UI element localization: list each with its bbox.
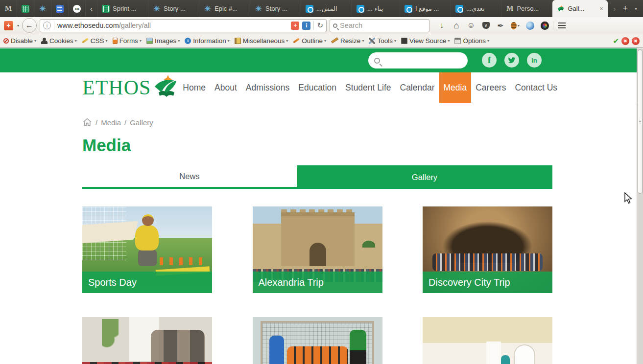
- mostaql-icon: [357, 5, 364, 13]
- gallery-card[interactable]: [82, 317, 212, 364]
- eyedropper-icon[interactable]: ✒: [494, 19, 507, 32]
- pinned-tab[interactable]: [17, 0, 34, 17]
- devbar-menu-options[interactable]: Options▾: [453, 37, 493, 45]
- nav-item-student-life[interactable]: Student Life: [341, 72, 395, 103]
- colorzilla-icon[interactable]: [538, 19, 551, 32]
- gallery-card[interactable]: [423, 317, 552, 364]
- devbar-menu-css[interactable]: CSS▾: [80, 37, 111, 45]
- google-sheets-icon: [102, 5, 110, 13]
- addon-dropdown-icon[interactable]: ▾: [17, 23, 19, 28]
- menu-label: CSS: [91, 37, 104, 45]
- twitter-icon[interactable]: [504, 53, 519, 68]
- devbar-menu-outline[interactable]: Outline▾: [291, 37, 330, 45]
- facebook-icon[interactable]: f: [482, 53, 497, 68]
- nav-item-contact-us[interactable]: Contact Us: [510, 72, 562, 103]
- feedback-smiley-icon[interactable]: ☺: [465, 19, 477, 32]
- devbar-menu-cookies[interactable]: Cookies▾: [40, 37, 80, 45]
- close-icon[interactable]: ✖: [621, 37, 629, 45]
- home-icon[interactable]: ⌂: [450, 19, 463, 32]
- nav-item-media[interactable]: Media: [439, 72, 472, 103]
- home-icon[interactable]: [82, 117, 92, 127]
- site-info-icon[interactable]: i: [43, 22, 51, 29]
- tab-close-icon[interactable]: ×: [599, 5, 603, 12]
- new-tab-button[interactable]: +: [619, 3, 631, 14]
- pinned-tab[interactable]: M: [0, 0, 17, 17]
- pinned-tab[interactable]: ✳: [34, 0, 51, 17]
- menu-label: Outline: [302, 37, 323, 45]
- menu-label: Miscellaneous: [243, 37, 285, 45]
- gallery-card-sports-day[interactable]: Sports Day: [82, 206, 212, 293]
- menu-hamburger-icon[interactable]: [555, 19, 568, 32]
- gallery-card[interactable]: [253, 317, 382, 364]
- browser-tab[interactable]: موقع ا ...: [400, 0, 451, 17]
- nav-item-admissions[interactable]: Admissions: [241, 72, 294, 103]
- browser-tab[interactable]: ... بناء: [352, 0, 400, 17]
- nav-item-careers[interactable]: Careers: [471, 72, 510, 103]
- photo-detail: [310, 243, 326, 266]
- browser-tab[interactable]: ...المش: [301, 0, 352, 17]
- devbar-menu-resize[interactable]: Resize▾: [330, 37, 367, 45]
- addon-badge-icon[interactable]: +: [291, 22, 299, 30]
- tab-scroll-right-button[interactable]: ›: [611, 5, 619, 13]
- medium-m-icon: M: [4, 5, 12, 13]
- breadcrumb-item-gallery[interactable]: Gallery: [130, 118, 153, 127]
- pocket-icon[interactable]: ∨: [479, 19, 492, 32]
- pinned-tab[interactable]: [51, 0, 69, 17]
- devbar-menu-forms[interactable]: Forms▾: [111, 37, 145, 45]
- site-search-box[interactable]: [368, 52, 468, 68]
- browser-tab[interactable]: ...تعدي: [451, 0, 502, 17]
- site-search-input[interactable]: [384, 57, 473, 65]
- web-developer-toolbar: Disable▾ Cookies▾ CSS▾ Forms▾ Images▾ iI…: [0, 34, 643, 48]
- browser-search-input[interactable]: [340, 22, 426, 29]
- card-title: Sports Day: [82, 272, 212, 293]
- devbar-menu-tools[interactable]: Tools▾: [367, 37, 400, 45]
- devbar-menu-disable[interactable]: Disable▾: [2, 37, 40, 45]
- tab-scroll-left-button[interactable]: ‹: [86, 0, 97, 17]
- chevron-down-icon: ▾: [228, 39, 230, 43]
- pinned-tab[interactable]: olx: [69, 0, 86, 17]
- tab-news[interactable]: News: [82, 165, 297, 189]
- chevron-down-icon: ▾: [75, 39, 77, 43]
- browser-tab[interactable]: M Perso...: [501, 0, 552, 17]
- addon-plus-button[interactable]: +: [4, 21, 13, 30]
- gallery-card-discovery-city-trip[interactable]: Discovery City Trip: [423, 206, 552, 293]
- nav-item-calendar[interactable]: Calendar: [396, 72, 439, 103]
- linkedin-icon[interactable]: in: [527, 53, 542, 68]
- nav-item-about[interactable]: About: [210, 72, 241, 103]
- devbar-menu-information[interactable]: iInformation▾: [183, 37, 233, 45]
- mostaql-icon: [306, 5, 313, 13]
- browser-search-bar[interactable]: [330, 19, 429, 32]
- firebug-icon[interactable]: ▾: [509, 19, 522, 32]
- downloads-icon[interactable]: ↓: [435, 19, 448, 32]
- hamburger-glyph: [558, 23, 566, 23]
- back-button[interactable]: ←: [22, 18, 37, 33]
- browser-tab[interactable]: Sprint ...: [97, 0, 148, 17]
- all-tabs-dropdown-icon[interactable]: ▾: [632, 6, 640, 11]
- tab-label: Story ...: [265, 5, 287, 12]
- reload-icon[interactable]: ↻: [317, 21, 323, 30]
- browser-tab[interactable]: ✳ Epic #...: [199, 0, 250, 17]
- url-path: /gallery/all: [119, 22, 151, 29]
- addon-badge-blue-icon[interactable]: i: [302, 22, 310, 30]
- browser-tab-active[interactable]: Gall... ×: [552, 0, 607, 17]
- close-icon[interactable]: ✖: [632, 37, 640, 45]
- nav-item-education[interactable]: Education: [294, 72, 341, 103]
- browser-tab[interactable]: ✳ Story ...: [148, 0, 199, 17]
- browser-tab[interactable]: ✳ Story ...: [250, 0, 301, 17]
- devbar-menu-images[interactable]: Images▾: [145, 37, 183, 45]
- video-downloadhelper-icon[interactable]: [524, 19, 536, 32]
- ethos-logo[interactable]: ETHOS: [82, 72, 178, 103]
- tab-label: Sprint ...: [113, 5, 136, 12]
- url-bar[interactable]: i www.ethosedu.com/gallery/all + i ↻: [40, 19, 327, 32]
- vertical-scrollbar[interactable]: [637, 48, 643, 364]
- football-team-photo: [253, 317, 382, 364]
- tab-gallery[interactable]: Gallery: [297, 165, 552, 189]
- tab-label: Epic #...: [214, 5, 238, 12]
- tab-label: Perso...: [517, 5, 539, 12]
- nav-item-home[interactable]: Home: [178, 72, 210, 103]
- devbar-menu-miscellaneous[interactable]: Miscellaneous▾: [233, 37, 292, 45]
- devbar-menu-view-source[interactable]: View Source▾: [400, 37, 453, 45]
- scrollbar-thumb[interactable]: [638, 49, 643, 194]
- gallery-card-alexandria-trip[interactable]: Alexandria Trip: [253, 206, 382, 293]
- breadcrumb-item-media[interactable]: Media: [101, 118, 121, 127]
